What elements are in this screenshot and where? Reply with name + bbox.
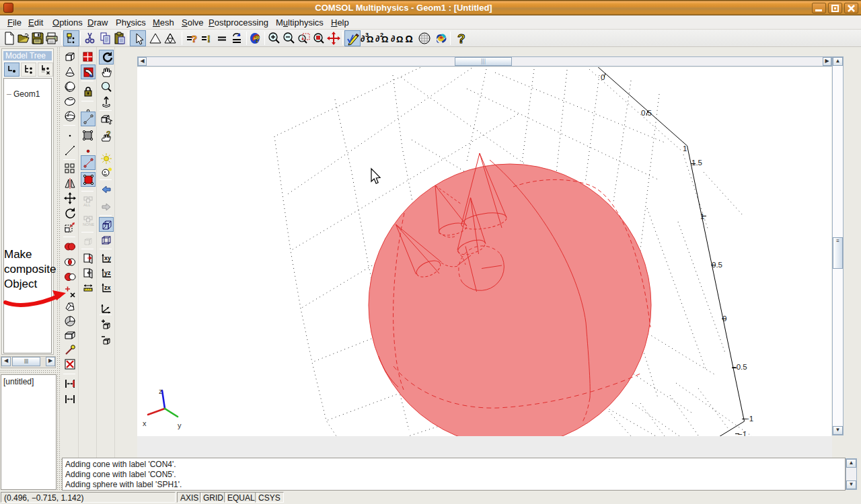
svg-text:∂: ∂ — [375, 34, 379, 44]
svg-text:?: ? — [191, 33, 197, 44]
svg-text:−1: −1 — [745, 415, 753, 423]
svg-text:?: ? — [254, 34, 260, 44]
svg-text:∂: ∂ — [391, 34, 395, 44]
svg-text:Ω: Ω — [367, 34, 373, 44]
svg-text:!: ! — [207, 33, 211, 44]
svg-text:y: y — [178, 421, 182, 429]
svg-text:−0.5: −0.5 — [732, 363, 747, 371]
svg-text:1: 1 — [683, 144, 687, 153]
svg-text:0.5: 0.5 — [641, 109, 652, 117]
svg-text:yz: yz — [104, 269, 111, 276]
svg-text:z: z — [159, 387, 163, 395]
svg-text:ALL: ALL — [83, 203, 91, 207]
svg-text:zx: zx — [104, 284, 111, 291]
svg-text:0: 0 — [601, 73, 605, 81]
svg-text:Ω: Ω — [406, 34, 413, 44]
svg-text:Ω: Ω — [381, 34, 388, 44]
svg-text:∂: ∂ — [361, 34, 365, 44]
svg-text:1.5: 1.5 — [691, 159, 702, 167]
svg-text:xy: xy — [104, 255, 111, 261]
svg-text:−1: −1 — [738, 430, 747, 436]
svg-text:1: 1 — [700, 212, 704, 220]
svg-text:0: 0 — [722, 314, 726, 323]
svg-text:0.5: 0.5 — [712, 261, 722, 269]
svg-text:NONE: NONE — [83, 222, 94, 226]
svg-text:x: x — [143, 419, 147, 427]
svg-text:?: ? — [457, 32, 465, 45]
svg-text:?: ? — [106, 130, 111, 138]
